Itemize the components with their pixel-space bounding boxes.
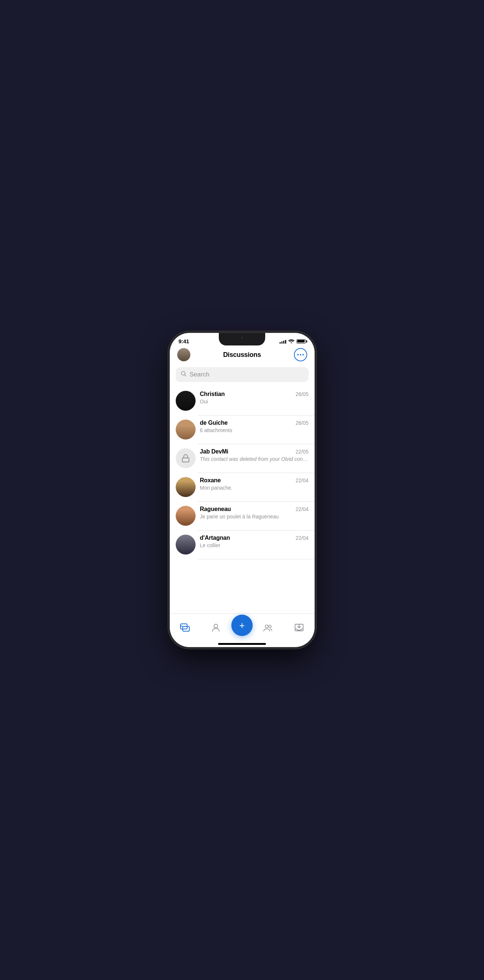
conv-info-christian: Christian 26/05 Oui [200, 391, 309, 404]
conv-date: 26/05 [295, 391, 308, 397]
conv-date: 26/05 [295, 420, 308, 426]
tab-inbox[interactable] [284, 622, 314, 633]
conv-info-roxane: Roxane 22/04 Mon panache. [200, 477, 309, 491]
svg-point-7 [268, 625, 271, 628]
fab-plus-icon: + [239, 620, 244, 630]
conversation-item-roxane[interactable]: Roxane 22/04 Mon panache. [170, 473, 314, 501]
conversation-item-christian[interactable]: Christian 26/05 Oui [170, 387, 314, 415]
svg-point-5 [214, 624, 218, 628]
search-bar-container: Search [170, 366, 314, 387]
conv-preview: Le collier [200, 542, 309, 548]
conv-name: de Guiche [200, 420, 228, 426]
header-title: Discussions [223, 351, 261, 359]
conv-date: 22/05 [295, 449, 308, 455]
conv-name: d'Artagnan [200, 535, 230, 541]
conversation-item-jabdevmi[interactable]: Jab DevMi 22/05 This contact was deleted… [170, 444, 314, 473]
wifi-icon [289, 339, 294, 344]
conv-name: Ragueneau [200, 506, 231, 512]
conv-preview: Oui [200, 399, 309, 404]
conversations-list: Christian 26/05 Oui de Guiche 26/05 6 at… [170, 387, 314, 614]
conversation-item-ragueneau[interactable]: Ragueneau 22/04 Je parie un poulet à la … [170, 501, 314, 530]
conv-date: 22/04 [295, 506, 308, 512]
menu-button[interactable] [294, 348, 307, 361]
camera [240, 336, 244, 340]
tab-discussions[interactable] [170, 622, 201, 633]
conv-info-jabdevmi: Jab DevMi 22/05 This contact was deleted… [200, 448, 309, 462]
more-icon [297, 354, 304, 355]
battery-icon [297, 339, 306, 344]
status-icons [279, 339, 306, 344]
conv-date: 22/04 [295, 477, 308, 484]
avatar-deguiche [176, 420, 195, 439]
notch [219, 333, 265, 345]
contacts-icon [211, 622, 221, 633]
user-avatar[interactable] [177, 348, 190, 361]
discussions-icon [180, 622, 190, 633]
search-bar[interactable]: Search [176, 367, 309, 382]
conv-info-dartagnan: d'Artagnan 22/04 Le collier [200, 535, 309, 548]
groups-icon [263, 622, 273, 633]
conv-date: 22/04 [295, 535, 308, 541]
inbox-icon [294, 622, 304, 633]
conv-preview: 6 attachments [200, 427, 309, 433]
avatar-dartagnan [176, 535, 195, 555]
app-header: Discussions [170, 344, 314, 366]
avatar-jabdevmi-lock [176, 448, 195, 468]
conv-preview: Mon panache. [200, 485, 309, 491]
conv-preview: Je parie un poulet à la Ragueneau [200, 514, 309, 520]
conv-info-ragueneau: Ragueneau 22/04 Je parie un poulet à la … [200, 506, 309, 520]
avatar-roxane [176, 477, 195, 497]
avatar-ragueneau [176, 506, 195, 526]
fab-new-conversation[interactable]: + [231, 615, 253, 636]
signal-icon [279, 339, 286, 344]
svg-point-6 [265, 625, 268, 628]
conversation-item-dartagnan[interactable]: d'Artagnan 22/04 Le collier [170, 530, 314, 559]
tab-bar: + [170, 614, 314, 647]
search-icon [181, 371, 187, 378]
tab-contacts[interactable] [200, 622, 231, 633]
conv-preview: This contact was deleted from your Olvid… [200, 456, 309, 462]
search-placeholder: Search [190, 371, 209, 378]
tab-groups[interactable] [253, 622, 284, 633]
home-indicator [218, 643, 266, 645]
conv-name: Christian [200, 391, 225, 398]
status-time: 9:41 [179, 338, 189, 344]
conversation-item-deguiche[interactable]: de Guiche 26/05 6 attachments [170, 415, 314, 444]
conv-name: Jab DevMi [200, 448, 229, 455]
screen: 9:41 [170, 333, 314, 647]
conv-name: Roxane [200, 477, 221, 484]
phone-frame: 9:41 [170, 333, 314, 647]
conv-info-deguiche: de Guiche 26/05 6 attachments [200, 420, 309, 433]
svg-rect-1 [182, 458, 189, 462]
avatar-christian [176, 391, 195, 411]
